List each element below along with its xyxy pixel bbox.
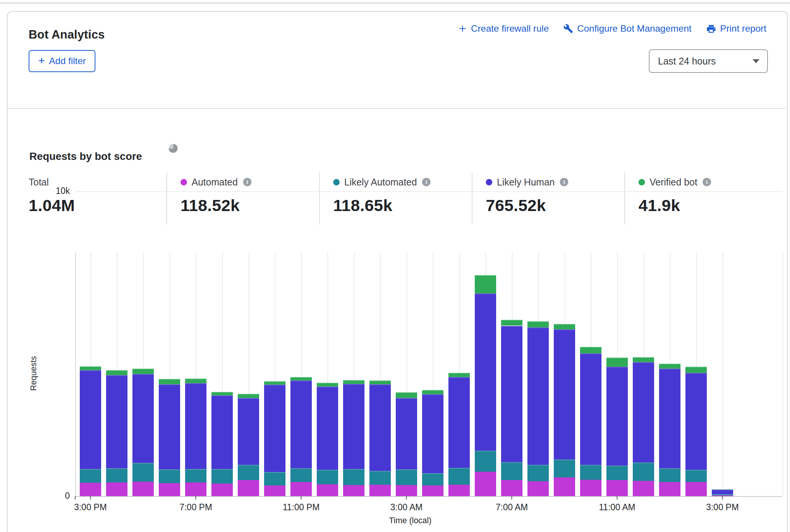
bar-4-00-am[interactable] (422, 390, 443, 496)
bar-2-00-am[interactable] (369, 380, 391, 496)
plus-icon (458, 24, 467, 33)
segment-likely-automated (238, 465, 259, 480)
bar-8-00-pm[interactable] (211, 392, 233, 496)
segment-likely-human (580, 353, 601, 465)
segment-verified-bot (554, 324, 575, 329)
segment-verified-bot (317, 383, 338, 387)
stat-value: 765.52k (486, 196, 568, 215)
bar-11-00-am[interactable] (606, 358, 628, 496)
segment-likely-automated (132, 463, 154, 482)
info-icon[interactable]: i (560, 178, 568, 186)
stat-automated[interactable]: Automatedi118.52k (181, 176, 252, 215)
segment-likely-human (238, 398, 259, 465)
x-axis-tick (90, 496, 91, 500)
bar-5-00-am[interactable] (448, 373, 470, 496)
segment-likely-automated (80, 469, 101, 483)
segment-verified-bot (106, 370, 127, 375)
y-axis-line (75, 252, 76, 496)
stat-value: 118.52k (181, 196, 252, 215)
info-icon[interactable]: i (422, 178, 430, 186)
segment-automated (448, 485, 470, 496)
bar-6-00-pm[interactable] (159, 379, 180, 496)
segment-automated (317, 484, 338, 496)
segment-verified-bot (343, 380, 364, 384)
segment-automated (422, 485, 443, 496)
top-divider (0, 3, 790, 3)
chevron-down-icon (753, 59, 759, 63)
stat-label: Verified bot (650, 177, 697, 188)
segment-likely-automated (501, 462, 522, 480)
segment-likely-human (501, 326, 522, 463)
gridline (75, 191, 782, 192)
x-axis-title: Time (local) (372, 516, 448, 526)
plus-icon: + (38, 54, 45, 67)
x-axis-tick (301, 496, 301, 500)
bar-11-00-pm[interactable] (290, 377, 312, 496)
print-report-link[interactable]: Print report (706, 23, 766, 34)
bar-12-00-am[interactable] (317, 383, 338, 496)
bar-2-00-pm[interactable] (685, 367, 707, 496)
stat-value: 41.9k (638, 196, 711, 215)
info-icon[interactable]: i (243, 178, 252, 186)
add-filter-label: Add filter (49, 56, 86, 66)
bar-1-00-pm[interactable] (659, 364, 680, 496)
x-axis-tick-label: 3:00 PM (690, 502, 755, 513)
create-firewall-rule-link[interactable]: Create firewall rule (458, 23, 549, 34)
segment-automated (580, 480, 601, 496)
segment-likely-human (343, 384, 364, 469)
bar-7-00-am[interactable] (501, 320, 522, 496)
likely-automated-legend-dot (333, 179, 340, 185)
bar-8-00-am[interactable] (527, 321, 549, 496)
segment-likely-human (211, 395, 233, 469)
y-axis-title: Requests (29, 343, 39, 404)
segment-likely-automated (475, 451, 496, 472)
segment-verified-bot (369, 380, 391, 384)
bar-10-00-pm[interactable] (264, 381, 285, 496)
stat-verified-bot[interactable]: Verified boti41.9k (638, 176, 711, 215)
x-axis-tick (511, 496, 512, 500)
bar-6-00-am[interactable] (475, 275, 496, 496)
bar-9-00-am[interactable] (554, 324, 575, 496)
bar-1-00-am[interactable] (343, 380, 364, 496)
segment-automated (290, 482, 312, 496)
stat-likely-automated[interactable]: Likely Automatedi118.65k (333, 176, 430, 215)
x-axis-tick-label: 7:00 PM (163, 502, 228, 513)
segment-automated (554, 477, 575, 496)
y-axis-tick-label: 10k (34, 186, 70, 196)
bar-3-00-pm[interactable] (712, 489, 733, 496)
stat-divider (319, 172, 320, 224)
segment-verified-bot (659, 364, 680, 369)
segment-verified-bot (448, 373, 470, 377)
time-range-select[interactable]: Last 24 hours (649, 49, 768, 73)
segment-likely-automated (343, 469, 364, 485)
page-title: Bot Analytics (29, 28, 105, 42)
stat-label-row: Likely Automatedi (333, 176, 430, 188)
bar-5-00-pm[interactable] (132, 369, 154, 496)
stat-likely-human[interactable]: Likely Humani765.52k (486, 176, 568, 215)
segment-likely-automated (422, 473, 443, 485)
info-icon[interactable]: i (703, 178, 711, 186)
segment-likely-human (185, 383, 206, 469)
bar-10-00-am[interactable] (580, 347, 601, 496)
segment-likely-human (685, 373, 707, 470)
bar-3-00-pm[interactable] (80, 366, 101, 496)
segment-likely-automated (580, 465, 601, 480)
segment-verified-bot (396, 392, 417, 398)
segment-likely-human (159, 384, 180, 469)
gridline (722, 252, 723, 496)
stat-label: Automated (192, 177, 238, 188)
configure-bot-management-link[interactable]: Configure Bot Management (563, 23, 692, 34)
segment-likely-automated (633, 463, 654, 481)
segment-automated (238, 480, 259, 496)
bar-12-00-pm[interactable] (633, 357, 654, 496)
bar-7-00-pm[interactable] (185, 379, 206, 496)
stat-divider (472, 172, 472, 224)
bar-4-00-pm[interactable] (106, 370, 127, 496)
add-filter-button[interactable]: + Add filter (29, 50, 95, 72)
segment-likely-human (106, 375, 127, 468)
segment-verified-bot (606, 358, 628, 367)
segment-automated (475, 472, 496, 496)
configure-bot-management-label: Configure Bot Management (577, 23, 692, 34)
bar-9-00-pm[interactable] (238, 394, 259, 496)
bar-3-00-am[interactable] (396, 392, 417, 496)
